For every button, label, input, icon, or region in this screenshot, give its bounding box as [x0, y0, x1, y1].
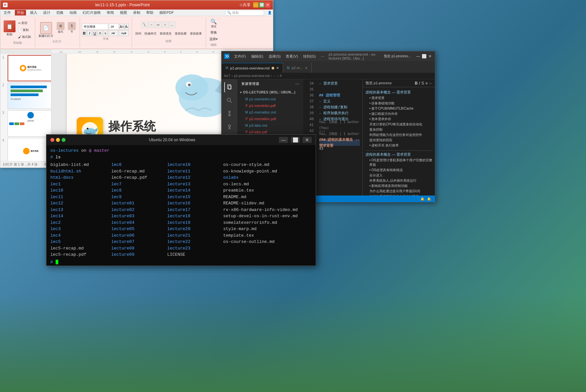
menu-home[interactable]: 开始: [15, 10, 26, 15]
arrange-btn[interactable]: 排列: [134, 29, 143, 39]
menu-view[interactable]: 视图: [118, 10, 129, 15]
menu-slideshow[interactable]: 幻灯片放映: [81, 10, 103, 15]
layout-btn[interactable]: ⊞ 版式: [55, 21, 66, 39]
slide3-box3: [20, 122, 24, 125]
vs-menu-more[interactable]: ···: [319, 54, 326, 59]
shape-more[interactable]: …: [169, 21, 175, 28]
file-lecture12: lecture12: [167, 174, 223, 181]
tab2-close-btn[interactable]: ✕: [305, 66, 307, 70]
new-slide-btn[interactable]: 📄 新建幻灯片: [37, 21, 55, 39]
shape-effect-btn[interactable]: 形状效果: [189, 29, 203, 39]
vs-close-btn[interactable]: ✕: [428, 54, 432, 59]
menu-design[interactable]: 设计: [41, 10, 52, 15]
vscode-tab-active[interactable]: M p1-process-overview.md ✕: [222, 63, 283, 73]
slide-thumb-3[interactable]: 进程结构: [8, 110, 51, 137]
preview-tab-btn[interactable]: 预览 p1-process...: [381, 53, 413, 59]
font-shrink-btn[interactable]: A-: [124, 24, 129, 30]
font-grow-btn[interactable]: A+: [120, 24, 124, 30]
traffic-close[interactable]: [50, 138, 54, 142]
shape-rect[interactable]: ▭: [155, 21, 162, 28]
menu-record[interactable]: 录制: [131, 10, 142, 15]
shape-outline-btn[interactable]: 形状轮廓: [173, 29, 188, 39]
git-activity-icon[interactable]: [224, 108, 235, 119]
ppt-title-left: P: [3, 3, 8, 7]
tree-item-p3-labs-md[interactable]: M p3-labs.md: [237, 122, 303, 129]
shape-arrow[interactable]: →: [148, 21, 155, 28]
font-color-btn[interactable]: A▾: [108, 30, 118, 36]
menu-animations[interactable]: 动画: [67, 10, 79, 15]
menu-review[interactable]: 审阅: [105, 10, 116, 15]
replace-btn[interactable]: 替换: [208, 30, 219, 36]
cut-btn[interactable]: ✂剪切: [17, 20, 32, 26]
format-painter-btn[interactable]: 🖌格式刷: [17, 34, 32, 40]
vs-menu-file[interactable]: 文件(F): [232, 53, 248, 60]
vs-maximize-btn[interactable]: ⬜: [422, 54, 426, 59]
format-label: 格式刷: [22, 35, 31, 39]
copy-btn[interactable]: 📄复制: [17, 27, 32, 33]
explorer-icon[interactable]: [224, 82, 235, 92]
ppt-minimize-btn[interactable]: —: [253, 2, 258, 8]
editor-text-content[interactable]: - 需求背景 ## 进程管理 - 定义 - 进程创建/复制 - 程序加载并执行 …: [316, 79, 362, 196]
menu-help[interactable]: 帮助: [144, 10, 155, 15]
terminal-minimize-btn[interactable]: —: [279, 137, 288, 143]
preview-more-btn[interactable]: ···: [429, 81, 432, 86]
vs-menu-view[interactable]: 查看(V): [284, 53, 300, 60]
font-family-select[interactable]: 华文楷体: [82, 24, 108, 30]
tree-item-p2-memalloc-md[interactable]: M p2-memalloc.md: [237, 109, 303, 116]
vs-menu-edit[interactable]: 编辑(E): [249, 53, 265, 60]
folder-chevron: ▾: [240, 91, 242, 94]
traffic-minimize[interactable]: [56, 138, 60, 142]
font-size-select[interactable]: 28: [109, 24, 119, 30]
slide-thumb-4[interactable]: 操作系统: [8, 138, 51, 161]
ppt-search-box[interactable]: 🔍 搜索: [225, 10, 264, 16]
slide4-text: 操作系统: [31, 150, 39, 153]
traffic-maximize[interactable]: [62, 138, 66, 142]
tree-item-p2-memalloc-pdf[interactable]: P p2-memalloc.pdf: [237, 116, 303, 122]
section-btn[interactable]: § 节: [67, 21, 77, 39]
vs-menu-select[interactable]: 选择(S): [267, 53, 283, 60]
clipboard-small-btns: ✂剪切 📄复制 🖌格式刷: [17, 20, 32, 40]
slide-thumb-2[interactable]: CPU进程管理: [8, 83, 51, 109]
menu-insert[interactable]: 插入: [28, 10, 39, 15]
terminal-maximize-btn[interactable]: ⬜: [291, 137, 300, 143]
shape-oval[interactable]: ○: [162, 21, 169, 28]
bold-btn[interactable]: B: [82, 30, 87, 36]
menu-pdf[interactable]: 插听PDF: [157, 10, 176, 15]
debug-activity-icon[interactable]: [224, 121, 235, 132]
find-btn[interactable]: 🔍 查找: [208, 18, 219, 29]
vscode-tab-inactive[interactable]: M p2-m... ✕: [283, 63, 312, 73]
menu-file[interactable]: 文件: [2, 10, 13, 15]
search-activity-icon[interactable]: [224, 95, 235, 106]
tree-item-p1-memintro-md[interactable]: M p1-memintro.md: [237, 96, 303, 102]
shadow-btn[interactable]: s: [103, 30, 108, 36]
shape-fill-btn[interactable]: 形状填充: [158, 29, 173, 39]
tab-close-btn[interactable]: ✕: [276, 66, 279, 70]
vs-menu-goto[interactable]: 转到(G): [301, 53, 318, 60]
strikethrough-btn[interactable]: S: [98, 30, 102, 36]
sidebar-more-btn[interactable]: ···: [296, 82, 299, 86]
tree-item-p1-memintro-pdf[interactable]: P p1-memintro.pdf: [237, 102, 303, 109]
menu-transitions[interactable]: 切换: [54, 10, 66, 15]
vs-minimize-btn[interactable]: —: [416, 54, 420, 59]
select-btn[interactable]: 选择▾: [208, 36, 219, 42]
ppt-close-btn[interactable]: ✕: [265, 2, 270, 8]
terminal-body[interactable]: os-lectures on ψ master # ls biglabs-lis…: [46, 145, 316, 266]
file-lecture19: lecture19: [167, 220, 223, 226]
preview-italic-btn[interactable]: I: [419, 81, 420, 86]
terminal-close-btn[interactable]: ✕: [303, 137, 312, 143]
preview-strike-btn[interactable]: S: [421, 81, 424, 86]
shape-line[interactable]: ╲: [141, 21, 148, 28]
ppt-share-btn[interactable]: ⊹共享: [237, 2, 253, 8]
char-spacing-btn[interactable]: Aa▾: [119, 30, 129, 36]
file-lecture10: lecture10: [167, 162, 223, 168]
quick-styles-btn[interactable]: 快速样式: [143, 29, 158, 39]
notification-icon2[interactable]: 🔔: [426, 197, 432, 201]
italic-btn[interactable]: I: [87, 30, 92, 36]
preview-list-btn[interactable]: ≡: [425, 81, 428, 86]
slide-thumb-1[interactable]: 操作系统 Operating Systems: [8, 55, 51, 81]
underline-btn[interactable]: U: [93, 30, 97, 36]
ppt-restore-btn[interactable]: ⬜: [259, 2, 264, 8]
preview-bold-btn[interactable]: B: [415, 81, 418, 86]
notification-icon[interactable]: 🔔: [419, 197, 426, 201]
paste-btn[interactable]: 📋 粘贴: [3, 20, 16, 40]
